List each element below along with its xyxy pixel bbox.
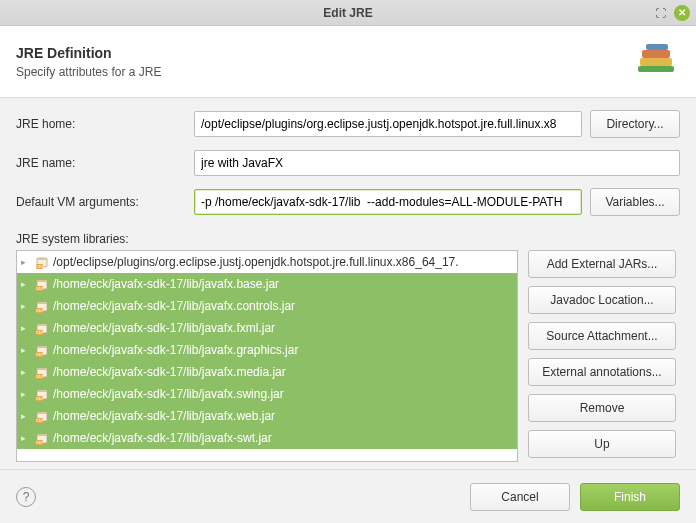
svg-rect-17 [37, 324, 47, 326]
libraries-label: JRE system libraries: [16, 232, 680, 246]
expand-icon[interactable]: ▸ [21, 367, 31, 377]
library-path-text: /home/eck/javafx-sdk-17/lib/javafx.graph… [53, 343, 298, 357]
jar-icon: 010 [35, 431, 49, 445]
svg-rect-21 [37, 346, 47, 348]
window-controls: ⛶ ✕ [655, 5, 690, 21]
library-tree-row[interactable]: ▸010/opt/eclipse/plugins/org.eclipse.jus… [17, 251, 517, 273]
help-icon[interactable]: ? [16, 487, 36, 507]
libraries-section: JRE system libraries: ▸010/opt/eclipse/p… [0, 232, 696, 462]
svg-text:010: 010 [36, 418, 43, 423]
svg-rect-29 [37, 390, 47, 392]
jar-icon: 010 [35, 343, 49, 357]
expand-icon[interactable]: ▸ [21, 433, 31, 443]
library-tree[interactable]: ▸010/opt/eclipse/plugins/org.eclipse.jus… [16, 250, 518, 462]
expand-icon[interactable]: ▸ [21, 279, 31, 289]
jar-icon: 010 [35, 387, 49, 401]
svg-text:010: 010 [36, 330, 43, 335]
expand-icon[interactable]: ▸ [21, 411, 31, 421]
svg-rect-5 [37, 258, 47, 260]
jre-home-label: JRE home: [16, 117, 186, 131]
add-external-jars-button[interactable]: Add External JARs... [528, 250, 676, 278]
vm-args-row: Default VM arguments: Variables... [16, 188, 680, 216]
svg-rect-9 [37, 280, 47, 282]
library-books-icon [632, 36, 680, 87]
svg-text:010: 010 [36, 396, 43, 401]
library-tree-row[interactable]: ▸010/home/eck/javafx-sdk-17/lib/javafx.w… [17, 405, 517, 427]
svg-rect-13 [37, 302, 47, 304]
svg-rect-37 [37, 434, 47, 436]
expand-icon[interactable]: ▸ [21, 257, 31, 267]
vm-args-input[interactable] [194, 189, 582, 215]
library-tree-row[interactable]: ▸010/home/eck/javafx-sdk-17/lib/javafx.g… [17, 339, 517, 361]
svg-rect-33 [37, 412, 47, 414]
expand-icon[interactable]: ▸ [21, 345, 31, 355]
javadoc-location-button[interactable]: Javadoc Location... [528, 286, 676, 314]
library-tree-row[interactable]: ▸010/home/eck/javafx-sdk-17/lib/javafx.m… [17, 361, 517, 383]
svg-text:010: 010 [36, 286, 43, 291]
jar-icon: 010 [35, 321, 49, 335]
close-icon[interactable]: ✕ [674, 5, 690, 21]
source-attachment-button[interactable]: Source Attachment... [528, 322, 676, 350]
header-title: JRE Definition [16, 45, 632, 61]
expand-icon[interactable]: ▸ [21, 323, 31, 333]
svg-rect-3 [646, 44, 668, 50]
svg-rect-2 [642, 50, 670, 58]
svg-rect-0 [638, 66, 674, 72]
library-tree-row[interactable]: ▸010/home/eck/javafx-sdk-17/lib/javafx.c… [17, 295, 517, 317]
maximize-icon[interactable]: ⛶ [655, 7, 666, 19]
library-path-text: /home/eck/javafx-sdk-17/lib/javafx.base.… [53, 277, 279, 291]
svg-text:010: 010 [36, 440, 43, 445]
cancel-button[interactable]: Cancel [470, 483, 570, 511]
svg-text:010: 010 [36, 308, 43, 313]
library-path-text: /opt/eclipse/plugins/org.eclipse.justj.o… [53, 255, 459, 269]
jar-icon: 010 [35, 277, 49, 291]
jre-name-label: JRE name: [16, 156, 186, 170]
svg-text:010: 010 [36, 374, 43, 379]
jre-home-input[interactable] [194, 111, 582, 137]
expand-icon[interactable]: ▸ [21, 389, 31, 399]
window-title: Edit JRE [323, 6, 372, 20]
dialog-footer: ? Cancel Finish [0, 469, 696, 523]
jre-home-row: JRE home: Directory... [16, 110, 680, 138]
directory-button[interactable]: Directory... [590, 110, 680, 138]
library-tree-row[interactable]: ▸010/home/eck/javafx-sdk-17/lib/javafx.f… [17, 317, 517, 339]
library-side-buttons: Add External JARs... Javadoc Location...… [528, 250, 680, 462]
dialog-header: JRE Definition Specify attributes for a … [0, 26, 696, 98]
up-button[interactable]: Up [528, 430, 676, 458]
library-path-text: /home/eck/javafx-sdk-17/lib/javafx.swing… [53, 387, 284, 401]
jar-icon: 010 [35, 365, 49, 379]
library-tree-row[interactable]: ▸010/home/eck/javafx-sdk-17/lib/javafx.b… [17, 273, 517, 295]
svg-text:010: 010 [36, 352, 43, 357]
library-path-text: /home/eck/javafx-sdk-17/lib/javafx.fxml.… [53, 321, 275, 335]
library-path-text: /home/eck/javafx-sdk-17/lib/javafx-swt.j… [53, 431, 272, 445]
library-path-text: /home/eck/javafx-sdk-17/lib/javafx.media… [53, 365, 286, 379]
expand-icon[interactable]: ▸ [21, 301, 31, 311]
vm-args-label: Default VM arguments: [16, 195, 186, 209]
svg-rect-25 [37, 368, 47, 370]
library-tree-row[interactable]: ▸010/home/eck/javafx-sdk-17/lib/javafx-s… [17, 427, 517, 449]
library-path-text: /home/eck/javafx-sdk-17/lib/javafx.contr… [53, 299, 295, 313]
remove-button[interactable]: Remove [528, 394, 676, 422]
header-subtitle: Specify attributes for a JRE [16, 65, 632, 79]
variables-button[interactable]: Variables... [590, 188, 680, 216]
jar-icon: 010 [35, 255, 49, 269]
svg-rect-1 [640, 58, 672, 66]
library-tree-row[interactable]: ▸010/home/eck/javafx-sdk-17/lib/javafx.s… [17, 383, 517, 405]
library-path-text: /home/eck/javafx-sdk-17/lib/javafx.web.j… [53, 409, 275, 423]
jar-icon: 010 [35, 299, 49, 313]
jar-icon: 010 [35, 409, 49, 423]
titlebar: Edit JRE ⛶ ✕ [0, 0, 696, 26]
jre-name-input[interactable] [194, 150, 680, 176]
jre-form: JRE home: Directory... JRE name: Default… [0, 98, 696, 232]
jre-name-row: JRE name: [16, 150, 680, 176]
svg-text:010: 010 [36, 264, 43, 269]
finish-button[interactable]: Finish [580, 483, 680, 511]
external-annotations-button[interactable]: External annotations... [528, 358, 676, 386]
